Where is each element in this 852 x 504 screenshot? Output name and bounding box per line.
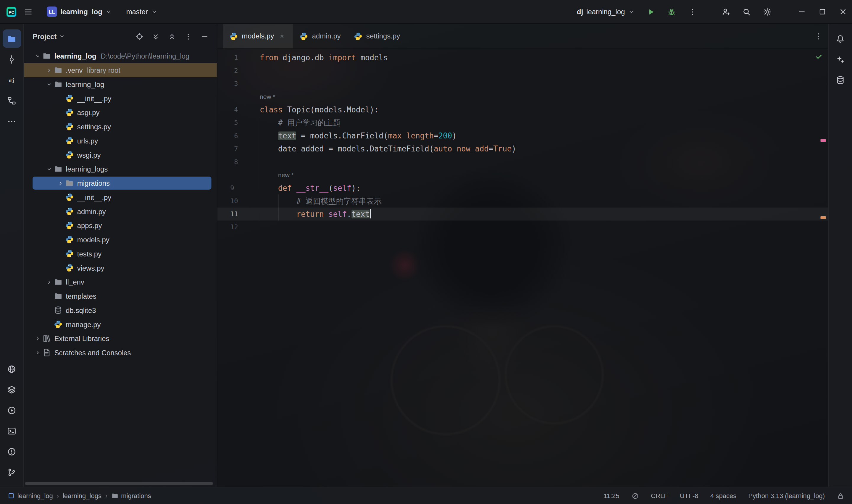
run-config-widget[interactable]: dj learning_log xyxy=(573,3,639,20)
chevron-down-icon[interactable] xyxy=(33,52,42,60)
tab-admin-py[interactable]: admin.py xyxy=(293,24,347,49)
tree-item-init-py[interactable]: __init__.py xyxy=(24,91,217,106)
caret-position[interactable]: 11:25 xyxy=(603,492,619,500)
run-tool-tool-button[interactable] xyxy=(2,401,21,419)
code-editor[interactable]: 1from django.db import models23new *4cla… xyxy=(217,49,828,487)
code-line-1[interactable]: 1from django.db import models xyxy=(217,51,828,64)
code-line-9[interactable]: 9 def __str__(self): xyxy=(217,181,828,194)
code-line-5[interactable]: 5 # 用户学习的主题 xyxy=(217,116,828,129)
code-line-12[interactable]: 12 xyxy=(217,221,828,234)
more-button[interactable] xyxy=(181,29,195,43)
indent-style[interactable]: 4 spaces xyxy=(710,492,736,500)
tree-item-ll-env[interactable]: ll_env xyxy=(24,275,217,289)
code-line-3[interactable]: 3 xyxy=(217,77,828,90)
code-line-10[interactable]: 10 # 返回模型的字符串表示 xyxy=(217,195,828,208)
tree-item-templates[interactable]: templates xyxy=(24,289,217,303)
breadcrumb-migrations[interactable]: migrations xyxy=(111,492,151,500)
error-stripe-mark[interactable] xyxy=(820,139,826,142)
code-line-2[interactable]: 2 xyxy=(217,64,828,77)
tree-item-wsgi-py[interactable]: wsgi.py xyxy=(24,148,217,162)
run-button[interactable] xyxy=(642,3,660,20)
readonly-toggle-icon[interactable] xyxy=(837,492,845,500)
project-widget[interactable]: LL learning_log xyxy=(42,3,116,20)
tree-item-init-py[interactable]: __init__.py xyxy=(24,190,217,204)
tree-item-db-sqlite3[interactable]: db.sqlite3 xyxy=(24,303,217,317)
collapse-all-button[interactable] xyxy=(165,29,179,43)
tree-item-models-py[interactable]: models.py xyxy=(24,233,217,247)
notifications-tool-button[interactable] xyxy=(831,29,849,48)
python-interpreter[interactable]: Python 3.13 (learning_log) xyxy=(748,492,825,500)
tree-item-venv[interactable]: .venvlibrary root xyxy=(24,63,217,77)
tree-item-learning-logs[interactable]: learning_logs xyxy=(24,162,217,176)
chevron-right-icon[interactable] xyxy=(44,66,54,74)
branch-widget[interactable]: master xyxy=(122,3,162,20)
tree-item-learning-log[interactable]: learning_log xyxy=(24,77,217,91)
close-tab-button[interactable] xyxy=(278,32,286,40)
tree-item-label: templates xyxy=(66,292,96,300)
tree-item-migrations[interactable]: migrations xyxy=(24,176,217,190)
minimize-button[interactable] xyxy=(792,0,811,24)
breadcrumb-learning-log[interactable]: learning_log xyxy=(8,492,53,500)
tab-options-button[interactable] xyxy=(814,32,822,40)
maximize-button[interactable] xyxy=(813,0,831,24)
code-token: return xyxy=(296,210,324,218)
file-encoding[interactable]: UTF-8 xyxy=(680,492,698,500)
code-line-8[interactable]: 8 xyxy=(217,155,828,168)
structure-tool-button[interactable] xyxy=(2,91,21,110)
inspections-ok-icon[interactable] xyxy=(815,53,823,60)
chevron-right-icon[interactable] xyxy=(33,348,42,357)
chevron-down-icon[interactable] xyxy=(44,80,54,88)
tab-settings-py[interactable]: settings.py xyxy=(347,24,406,49)
tree-item-manage-py[interactable]: manage.py xyxy=(24,317,217,331)
tree-item-tests-py[interactable]: tests.py xyxy=(24,247,217,261)
project-tool-button[interactable] xyxy=(2,29,21,48)
chevron-right-icon[interactable] xyxy=(55,179,65,187)
line-separator[interactable]: CRLF xyxy=(651,492,668,500)
settings-button[interactable] xyxy=(759,3,776,20)
code-line-11[interactable]: 11 return self.text xyxy=(217,208,828,221)
more-actions-button[interactable] xyxy=(684,3,701,20)
tree-item-asgi-py[interactable]: asgi.py xyxy=(24,105,217,120)
ai-assistant-tool-button[interactable] xyxy=(831,50,849,68)
hide-button[interactable] xyxy=(197,29,212,43)
django-structure-tool-button[interactable]: dj xyxy=(2,71,21,89)
pycharm-logo-icon[interactable]: PC xyxy=(6,7,16,17)
tree-item-learning-log[interactable]: learning_logD:\code\Python\learning_log xyxy=(24,49,217,63)
services-tool-button[interactable] xyxy=(2,380,21,399)
locate-button[interactable] xyxy=(132,29,146,43)
problems-tool-button[interactable] xyxy=(2,442,21,461)
search-everywhere-button[interactable] xyxy=(738,3,755,20)
commit-tool-button[interactable] xyxy=(2,50,21,68)
tree-item-urls-py[interactable]: urls.py xyxy=(24,134,217,148)
tree-item-settings-py[interactable]: settings.py xyxy=(24,120,217,134)
expand-all-button[interactable] xyxy=(148,29,162,43)
chevron-down-icon[interactable] xyxy=(44,165,54,173)
code-with-me-button[interactable] xyxy=(717,3,735,20)
horizontal-scrollbar[interactable] xyxy=(25,482,213,485)
database-tool-button[interactable] xyxy=(831,71,849,89)
code-line-4[interactable]: 4class Topic(models.Model): xyxy=(217,103,828,116)
chevron-right-icon[interactable] xyxy=(33,334,42,343)
code-line-6[interactable]: 6 text = models.CharField(max_length=200… xyxy=(217,129,828,142)
code-line-7[interactable]: 7 date_added = models.DateTimeField(auto… xyxy=(217,142,828,155)
inlay-hint-line[interactable]: new * xyxy=(217,90,828,103)
tree-item-views-py[interactable]: views.py xyxy=(24,261,217,275)
debug-button[interactable] xyxy=(663,3,681,20)
python-packages-tool-button[interactable] xyxy=(2,360,21,378)
terminal-tool-button[interactable] xyxy=(2,421,21,440)
tab-models-py[interactable]: models.py xyxy=(223,24,293,49)
inspections-widget-icon[interactable] xyxy=(631,492,639,500)
version-control-tool-button[interactable] xyxy=(2,463,21,481)
tree-item-external-libraries[interactable]: External Libraries xyxy=(24,331,217,345)
breadcrumb-learning-logs[interactable]: learning_logs xyxy=(63,492,102,500)
tree-item-scratches-and-consoles[interactable]: Scratches and Consoles xyxy=(24,345,217,360)
main-menu-button[interactable] xyxy=(19,3,37,20)
panel-title[interactable]: Project xyxy=(33,32,56,40)
more-tools-tool-button[interactable] xyxy=(2,112,21,130)
chevron-right-icon[interactable] xyxy=(44,278,54,286)
tree-item-apps-py[interactable]: apps.py xyxy=(24,218,217,233)
close-button[interactable] xyxy=(834,0,852,24)
error-stripe-mark[interactable] xyxy=(820,216,826,219)
inlay-hint-line[interactable]: new * xyxy=(217,168,828,181)
tree-item-admin-py[interactable]: admin.py xyxy=(24,204,217,219)
